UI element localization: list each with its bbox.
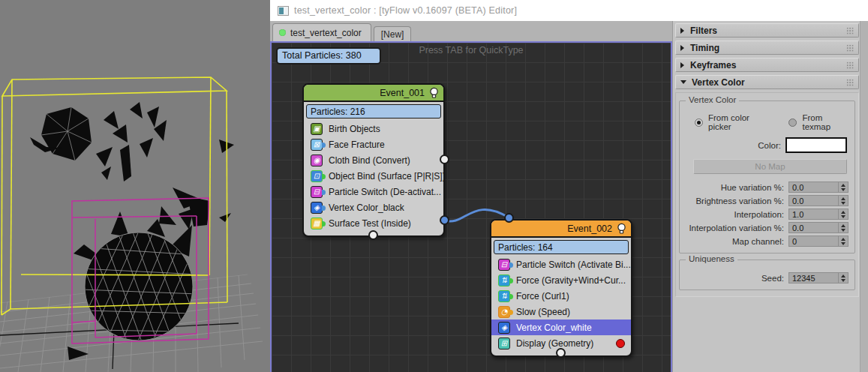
particle-switch-icon: ⊟	[311, 186, 323, 198]
color-swatch[interactable]	[785, 137, 847, 153]
drag-grip-icon[interactable]	[846, 79, 854, 86]
cloth-bind-icon: ◉	[311, 154, 323, 166]
rollout-timing[interactable]: Timing	[675, 40, 859, 55]
seed-label: Seed:	[761, 274, 784, 283]
panel-scrollbar[interactable]	[860, 21, 868, 372]
vertex-color-icon: ◈	[311, 202, 323, 214]
birth-objects-icon: ▣	[311, 123, 323, 135]
operator-row-slow-speed[interactable]: ◔ Slow (Speed)	[491, 304, 631, 320]
radio-from-color-picker[interactable]	[695, 118, 703, 127]
object-bind-icon: ⊡	[311, 170, 323, 182]
interpolation-spinner[interactable]: 1.0	[788, 208, 848, 220]
tab-label: [New]	[381, 29, 404, 40]
window-titlebar: test_vertext_color : [tyFlow v0.16097 (B…	[270, 0, 868, 21]
spinner-arrows-icon[interactable]	[838, 223, 848, 232]
viewport-scene	[0, 0, 270, 372]
vertex-color-icon: ◈	[498, 322, 510, 334]
node-event-002-header[interactable]: Event_002	[491, 220, 631, 238]
flow-tab-bar: test_vertext_color [New]	[270, 21, 672, 41]
face-fracture-icon: ⊠	[311, 139, 323, 151]
drag-grip-icon[interactable]	[846, 27, 854, 34]
spinner-arrows-icon[interactable]	[838, 182, 848, 192]
operator-row-cloth-bind[interactable]: ◉ Cloth Bind (Convert)	[304, 152, 443, 168]
window-icon	[278, 6, 289, 16]
radio-label[interactable]: From texmap	[802, 113, 848, 131]
operator-row-force-gravity[interactable]: ⇅ Force (Gravity+Wind+Cur...	[491, 272, 631, 288]
tab-label: test_vertext_color	[290, 28, 362, 38]
screen: test_vertext_color : [tyFlow v0.16097 (B…	[0, 0, 868, 372]
event2-input-port[interactable]	[504, 213, 514, 223]
drag-grip-icon[interactable]	[846, 44, 854, 52]
tab-test-vertext-color[interactable]: test_vertext_color	[272, 23, 371, 41]
no-map-button[interactable]: No Map	[693, 159, 847, 174]
seed-spinner[interactable]: 12345	[788, 272, 848, 284]
chevron-right-icon	[680, 45, 684, 51]
tab-new[interactable]: [New]	[374, 26, 412, 41]
tyflow-editor-window: test_vertext_color : [tyFlow v0.16097 (B…	[270, 0, 868, 372]
operator-row-particle-switch[interactable]: ⊟ Particle Switch (De-activat...	[304, 184, 443, 200]
uniqueness-group: Uniqueness Seed: 12345	[679, 260, 855, 290]
spinner-arrows-icon[interactable]	[838, 196, 848, 206]
operator-row-vertex-color-white[interactable]: ◈ Vertex Color_white	[491, 320, 631, 335]
operator-row-object-bind[interactable]: ⊡ Object Bind (Surface [P|R|S])	[304, 168, 443, 184]
spinner-label: Interpolation variation %:	[689, 224, 784, 232]
color-label: Color:	[758, 141, 781, 150]
event2-bottom-port[interactable]	[556, 348, 566, 358]
node-editor-canvas[interactable]: Press TAB for QuickType Total Particles:…	[270, 41, 672, 372]
spinner-arrows-icon[interactable]	[838, 273, 848, 283]
surface-test-icon: ▦	[311, 218, 323, 230]
chevron-right-icon	[680, 28, 684, 34]
bulb-icon[interactable]	[429, 87, 439, 99]
spinner-label: Hue variation %:	[721, 183, 784, 192]
event1-output-port[interactable]	[440, 154, 449, 164]
operator-row-particle-switch[interactable]: ⊟ Particle Switch (Activate Bi...	[491, 256, 631, 272]
rollout-vertex-color[interactable]: Vertex Color	[675, 75, 859, 89]
chevron-down-icon	[680, 80, 686, 84]
vertex-color-rollout-body: Vertex Color From color picker From texm…	[675, 92, 859, 297]
particle-switch-icon: ⊟	[498, 259, 510, 271]
display-icon: ⊞	[498, 338, 510, 350]
chevron-right-icon	[680, 62, 684, 68]
parameters-panel: Filters Timing Keyframes Vertex Color	[672, 21, 868, 372]
radio-label[interactable]: From color picker	[708, 113, 769, 131]
rollout-keyframes[interactable]: Keyframes	[675, 58, 859, 72]
spinner-arrows-icon[interactable]	[838, 236, 848, 246]
operator-row-vertex-color-black[interactable]: ◈ Vertex Color_black	[304, 200, 443, 215]
flow-active-dot-icon	[279, 29, 286, 36]
3d-viewport[interactable]	[0, 0, 270, 372]
force-icon: ⇅	[498, 274, 510, 286]
slow-snail-icon: ◔	[498, 306, 510, 318]
drag-grip-icon[interactable]	[846, 62, 854, 69]
particle-count-bar: Particles: 216	[306, 104, 441, 118]
rollout-filters[interactable]: Filters	[675, 23, 859, 38]
map-channel-spinner[interactable]: 0	[788, 236, 848, 247]
spinner-arrows-icon[interactable]	[838, 209, 848, 219]
radio-from-texmap[interactable]	[788, 118, 797, 127]
display-active-dot[interactable]	[616, 339, 625, 348]
node-event-001-header[interactable]: Event_001	[304, 85, 443, 102]
interpolation-variation-spinner[interactable]: 0.0	[788, 222, 848, 233]
force-icon: ⇅	[498, 290, 510, 302]
window-title: test_vertext_color : [tyFlow v0.16097 (B…	[294, 5, 517, 16]
spinner-label: Map channel:	[732, 237, 784, 246]
brightness-variation-spinner[interactable]: 0.0	[788, 195, 848, 206]
hue-variation-spinner[interactable]: 0.0	[788, 182, 848, 193]
node-title: Event_001	[380, 88, 425, 98]
node-title: Event_002	[567, 224, 612, 234]
event1-surface-test-port[interactable]	[440, 215, 449, 225]
event1-bottom-port[interactable]	[368, 230, 378, 240]
particle-count-bar: Particles: 164	[494, 240, 629, 254]
operator-row-face-fracture[interactable]: ⊠ Face Fracture	[304, 136, 443, 152]
spinner-label: Interpolation:	[734, 210, 785, 219]
node-event-001[interactable]: Event_001 Particles: 216 ▣ Birth Objects	[302, 83, 445, 237]
node-event-002[interactable]: Event_002 Particles: 164 ⊟ Particle Swit…	[490, 219, 632, 357]
vertex-color-group: Vertex Color From color picker From texm…	[679, 100, 855, 254]
operator-row-birth-objects[interactable]: ▣ Birth Objects	[304, 121, 443, 136]
operator-row-force-curl[interactable]: ⇅ Force (Curl1)	[491, 288, 631, 304]
total-particles-badge: Total Particles: 380	[276, 47, 381, 64]
operator-row-surface-test[interactable]: ▦ Surface Test (Inside)	[304, 215, 443, 231]
bulb-icon[interactable]	[617, 223, 626, 235]
spinner-label: Brightness variation %:	[695, 196, 784, 206]
